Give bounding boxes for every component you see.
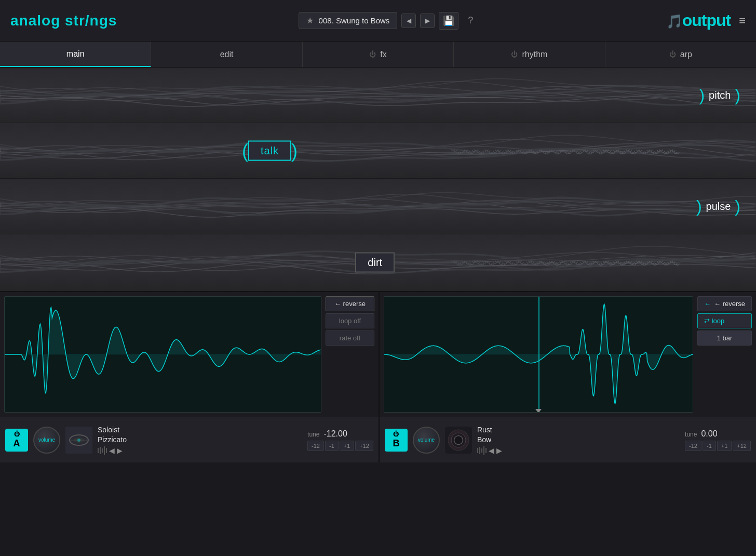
channel-a: ← reverse loop off rate off ⏻ A volume [0,292,380,462]
channel-a-volume-knob[interactable]: volume [33,427,60,454]
b-bar1 [477,448,478,453]
tab-arp-label: arp [680,50,692,59]
channel-a-tune-buttons: -12 -1 +1 +12 [307,441,373,451]
channel-b-tune-buttons: -12 -1 +1 +12 [685,441,751,451]
channel-b-waveform[interactable] [384,296,693,413]
string-row-pitch: ) pitch ) [0,68,756,123]
string-visual-talk [0,123,756,179]
channel-b-inst-nav: ◀ ▶ [477,446,680,455]
channel-a-inst-next[interactable]: ▶ [117,446,123,455]
channel-b-power-button[interactable]: ⏻ B [385,429,408,452]
star-icon[interactable]: ★ [306,16,314,25]
channel-b-instrument-name: Rust Bow ◀ ▶ [477,425,680,454]
tab-arp[interactable]: ⏻ arp [605,42,756,67]
channel-b-instrument-thumb [445,427,472,454]
svg-point-4 [77,439,80,442]
string-visual-pitch [0,68,756,123]
channel-a-tune-minus12[interactable]: -12 [307,441,324,451]
tab-rhythm[interactable]: ⏻ rhythm [454,42,605,67]
channel-a-loop-button[interactable]: loop off [326,313,374,328]
app-logo: analog str/ngs [10,12,177,29]
channel-a-tune-plus1[interactable]: +1 [340,441,355,451]
fx-power-icon: ⏻ [369,50,376,58]
channel-b-nav-bars [477,446,487,455]
tab-fx[interactable]: ⏻ fx [303,42,454,67]
logo-slash: / [85,12,90,29]
channel-b-reverse-button[interactable]: ← ← reverse [697,296,752,311]
save-button[interactable]: 💾 [439,12,458,30]
bottom-panel: ← reverse loop off rate off ⏻ A volume [0,291,756,462]
b-bar2 [479,447,480,454]
tab-edit[interactable]: edit [151,42,302,67]
channel-a-instrument-name-text: Soloist Pizzicato [98,425,302,444]
channel-b: ← ← reverse ⇄ loop 1 bar ⏻ B volume [380,292,756,462]
tab-edit-label: edit [220,50,234,59]
channel-a-instrument-thumb [65,427,92,454]
channel-a-instrument-image [65,427,92,454]
pulse-label: pulse [706,201,731,213]
bar2 [100,447,101,454]
channel-b-tune-plus1[interactable]: +1 [717,441,732,451]
bar5 [106,448,107,453]
string-row-dirt: dirt [0,234,756,290]
channel-b-letter: B [393,438,399,449]
channel-b-tune-minus12[interactable]: -12 [685,441,701,451]
string-row-pulse: ) pulse ) [0,179,756,234]
channel-a-reverse-button[interactable]: ← reverse [326,296,374,311]
channel-a-instrument-name: Soloist Pizzicato ◀ ▶ [98,425,302,454]
channel-a-letter: A [14,438,20,449]
channel-a-waveform[interactable] [4,296,321,413]
b-bar4 [483,446,484,455]
channel-b-instrument-image [445,427,472,454]
nav-tabs: main edit ⏻ fx ⏻ rhythm ⏻ arp [0,42,756,68]
menu-icon[interactable]: ≡ [739,14,746,28]
channel-b-waveform-section: ← ← reverse ⇄ loop 1 bar [380,292,756,417]
channel-a-nav-bars [98,446,107,455]
channel-b-tune-section: tune 0.00 -12 -1 +1 +12 [685,429,751,451]
channel-b-volume-label: volume [418,437,435,443]
channel-b-bottom: ⏻ B volume Rust Bow [380,417,756,462]
bar3 [102,448,103,453]
channel-b-volume-knob[interactable]: volume [413,427,440,454]
preset-next-button[interactable]: ▶ [420,14,435,28]
channel-a-tune-minus1[interactable]: -1 [325,441,339,451]
pitch-label-area: ) pitch ) [699,86,740,105]
channel-b-bar-button[interactable]: 1 bar [697,330,752,346]
preset-prev-button[interactable]: ◀ [401,14,416,28]
pulse-label-area: ) pulse ) [696,197,740,216]
channel-a-power-button[interactable]: ⏻ A [5,429,28,452]
channel-b-inst-prev[interactable]: ◀ [489,446,494,455]
output-logo-area: 🎵output ≡ [600,11,746,30]
strings-area: ) pitch ) ) talk ) ) pulse ) dirt [0,68,756,291]
channel-b-instrument-name-text: Rust Bow [477,425,680,444]
output-logo-text: 🎵output [666,11,731,30]
dirt-label: dirt [355,252,395,272]
preset-box: ★ 008. Swung to Bows [299,12,398,29]
channel-a-tune-section: tune -12.00 -12 -1 +1 +12 [307,429,373,451]
channel-b-controls: ← ← reverse ⇄ loop 1 bar [693,296,752,413]
channel-a-tune-value: -12.00 [323,429,347,439]
pitch-bracket-left: ) [699,86,705,105]
channel-a-controls: ← reverse loop off rate off [321,296,374,413]
channel-a-inst-prev[interactable]: ◀ [109,446,115,455]
channel-b-tune-plus12[interactable]: +12 [733,441,751,451]
string-visual-pulse [0,179,756,234]
tab-main[interactable]: main [0,42,151,67]
help-button[interactable]: ? [463,13,478,29]
channel-a-rate-button[interactable]: rate off [326,330,374,346]
preset-name: 008. Swung to Bows [319,16,390,25]
channel-b-tune-minus1[interactable]: -1 [703,441,716,451]
channel-a-volume-label: volume [38,437,55,443]
tab-rhythm-label: rhythm [522,50,547,59]
pitch-label: pitch [709,89,731,101]
pulse-bracket-left: ) [696,197,702,216]
talk-label: talk [248,141,291,161]
rhythm-power-icon: ⏻ [511,50,518,58]
channel-b-loop-button[interactable]: ⇄ loop [697,313,752,328]
channel-b-inst-next[interactable]: ▶ [496,446,502,455]
channel-a-bottom: ⏻ A volume Soloist Pizzicato [0,417,379,462]
channel-a-tune-plus12[interactable]: +12 [355,441,373,451]
arp-power-icon: ⏻ [669,50,676,58]
dirt-label-area: dirt [355,252,395,272]
b-bar5 [485,448,487,453]
